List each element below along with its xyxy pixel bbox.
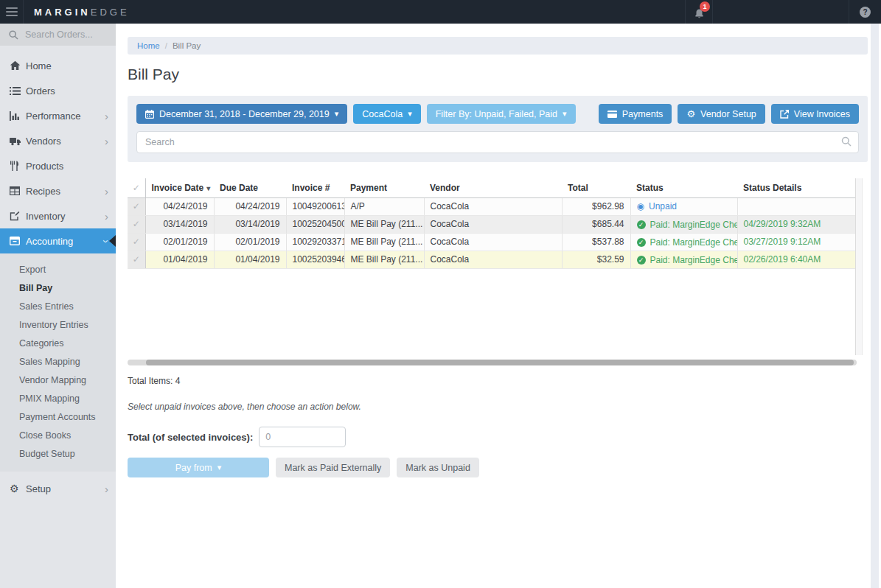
cell-payment: ME Bill Pay (211... xyxy=(344,251,424,268)
view-invoices-button[interactable]: View Invoices xyxy=(771,104,859,124)
active-item-notch xyxy=(109,235,116,247)
mark-unpaid-button[interactable]: Mark as Unpaid xyxy=(397,458,479,477)
payments-button[interactable]: Payments xyxy=(599,104,672,124)
status-paid: ✓ Paid: MarginEdge Check xyxy=(637,255,738,265)
status-unpaid[interactable]: ◉ Unpaid xyxy=(637,201,678,211)
page-scrollbar-gutter xyxy=(868,24,881,588)
invoices-table: ✓ Invoice Date▾ Due Date Invoice # Payme… xyxy=(128,178,863,355)
column-header-invoice-no[interactable]: Invoice # xyxy=(286,178,344,197)
sidebar-item-products[interactable]: Products xyxy=(0,153,116,178)
sidebar-item-accounting[interactable]: Accounting › xyxy=(0,228,116,253)
sidebar-item-home[interactable]: Home xyxy=(0,53,116,78)
sidebar-item-recipes[interactable]: Recipes › xyxy=(0,178,116,203)
table-row[interactable]: ✓ 03/14/2019 03/14/2019 10025204500 ME B… xyxy=(128,215,855,233)
table-horizontal-scrollbar[interactable] xyxy=(128,360,857,365)
mark-paid-externally-button[interactable]: Mark as Paid Externally xyxy=(276,458,390,477)
date-range-dropdown[interactable]: December 31, 2018 - December 29, 2019 ▾ xyxy=(136,104,347,124)
submenu-item-close-books[interactable]: Close Books xyxy=(0,426,116,444)
sidebar-item-label: Accounting xyxy=(26,236,105,247)
select-all-checkbox[interactable]: ✓ xyxy=(128,178,145,197)
table-icon xyxy=(10,186,26,195)
caret-down-icon: ▾ xyxy=(563,109,567,119)
column-label: Total xyxy=(568,183,588,193)
selected-total-input[interactable] xyxy=(259,427,346,447)
submenu-item-sales-mapping[interactable]: Sales Mapping xyxy=(0,352,116,371)
caret-down-icon: ▾ xyxy=(335,109,339,119)
notifications-button[interactable]: 1 xyxy=(685,0,713,24)
table-vertical-scrollbar[interactable] xyxy=(855,178,863,355)
gear-icon: ⚙ xyxy=(10,483,26,494)
sidebar-item-label: Products xyxy=(26,161,108,172)
breadcrumb: Home / Bill Pay xyxy=(128,37,868,55)
breadcrumb-home-link[interactable]: Home xyxy=(137,41,160,50)
submenu-item-inventory-entries[interactable]: Inventory Entries xyxy=(0,315,116,334)
column-header-status[interactable]: Status xyxy=(630,178,737,197)
row-checkbox[interactable]: ✓ xyxy=(128,251,145,268)
page-title: Bill Pay xyxy=(128,66,868,83)
cell-due-date: 04/24/2019 xyxy=(214,197,286,215)
table-row[interactable]: ✓ 04/24/2019 04/24/2019 10049200613 A/P … xyxy=(128,197,855,215)
accounting-submenu: Export Bill Pay Sales Entries Inventory … xyxy=(0,253,116,472)
help-button[interactable]: ? xyxy=(849,0,881,24)
vendor-filter-label: CocaCola xyxy=(362,109,403,119)
column-label: Status Details xyxy=(743,183,801,193)
submenu-item-export[interactable]: Export xyxy=(0,260,116,279)
hamburger-menu-button[interactable] xyxy=(0,0,24,24)
table-row[interactable]: ✓ 02/01/2019 02/01/2019 10029203371 ME B… xyxy=(128,233,855,251)
submenu-item-categories[interactable]: Categories xyxy=(0,334,116,352)
accounting-icon xyxy=(10,237,26,245)
column-header-status-details[interactable]: Status Details xyxy=(737,178,855,197)
logo-margin: MARGIN xyxy=(34,7,91,18)
caret-down-icon: ▾ xyxy=(408,109,412,119)
marginedge-logo: MARGINEDGE xyxy=(34,0,130,24)
check-circle-icon: ✓ xyxy=(637,238,646,247)
cell-invoice-no: 10025204500 xyxy=(286,215,344,233)
cell-total: $537.88 xyxy=(562,233,630,251)
column-header-invoice-date[interactable]: Invoice Date▾ xyxy=(145,178,214,197)
pay-from-button[interactable]: Pay from ▾ xyxy=(128,458,269,477)
external-link-icon xyxy=(780,110,789,119)
status-label: Unpaid xyxy=(649,201,677,211)
column-label: Vendor xyxy=(430,183,460,193)
scrollbar-thumb[interactable] xyxy=(146,360,854,365)
submenu-label: Close Books xyxy=(19,430,71,441)
submenu-item-pmix-mapping[interactable]: PMIX Mapping xyxy=(0,389,116,407)
sidebar-item-inventory[interactable]: Inventory › xyxy=(0,203,116,228)
submenu-item-vendor-mapping[interactable]: Vendor Mapping xyxy=(0,371,116,389)
submenu-item-bill-pay[interactable]: Bill Pay xyxy=(0,279,116,297)
page-scrollbar-track[interactable] xyxy=(871,24,879,588)
status-paid: ✓ Paid: MarginEdge Check xyxy=(637,237,738,248)
sidebar-item-label: Performance xyxy=(26,111,105,122)
submenu-item-payment-accounts[interactable]: Payment Accounts xyxy=(0,407,116,426)
cell-invoice-date: 03/14/2019 xyxy=(145,215,214,233)
column-header-vendor[interactable]: Vendor xyxy=(424,178,562,197)
sidebar-item-performance[interactable]: Performance › xyxy=(0,103,116,128)
invoice-search-input[interactable] xyxy=(136,131,859,153)
submenu-item-budget-setup[interactable]: Budget Setup xyxy=(0,444,116,463)
sidebar-item-setup[interactable]: ⚙ Setup › xyxy=(0,476,116,501)
table-row-highlighted[interactable]: ✓ 01/04/2019 01/04/2019 10025203946 ME B… xyxy=(128,251,855,268)
vendor-filter-dropdown[interactable]: CocaCola ▾ xyxy=(353,104,420,124)
cell-status-details xyxy=(737,197,855,215)
column-header-due-date[interactable]: Due Date xyxy=(214,178,286,197)
column-label: Due Date xyxy=(220,183,258,193)
status-filter-dropdown[interactable]: Filter By: Unpaid, Failed, Paid ▾ xyxy=(427,104,576,124)
list-icon xyxy=(10,86,26,96)
row-checkbox[interactable]: ✓ xyxy=(128,197,145,215)
row-checkbox[interactable]: ✓ xyxy=(128,233,145,251)
cell-invoice-no: 10025203946 xyxy=(286,251,344,268)
sidebar-item-orders[interactable]: Orders xyxy=(0,78,116,103)
search-orders-input[interactable]: Search Orders... xyxy=(0,24,116,46)
column-header-payment[interactable]: Payment xyxy=(344,178,424,197)
vendor-setup-button[interactable]: ⚙ Vendor Setup xyxy=(678,104,765,124)
submenu-item-sales-entries[interactable]: Sales Entries xyxy=(0,297,116,315)
check-circle-icon: ✓ xyxy=(637,256,646,265)
column-header-total[interactable]: Total xyxy=(562,178,630,197)
row-checkbox[interactable]: ✓ xyxy=(128,215,145,233)
cell-status: ✓ Paid: MarginEdge Check xyxy=(630,251,737,268)
cell-payment: A/P xyxy=(344,197,424,215)
cell-status: ✓ Paid: MarginEdge Check xyxy=(630,215,737,233)
cell-invoice-date: 04/24/2019 xyxy=(145,197,214,215)
sidebar-item-vendors[interactable]: Vendors › xyxy=(0,128,116,153)
gear-icon: ⚙ xyxy=(686,109,695,119)
